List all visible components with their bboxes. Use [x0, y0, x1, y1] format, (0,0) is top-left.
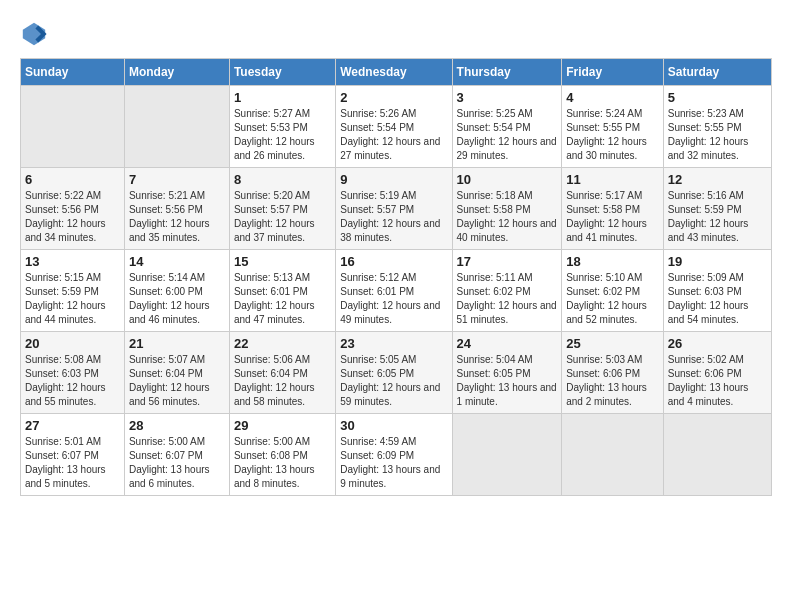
day-number: 9: [340, 172, 447, 187]
day-info: Sunrise: 5:00 AMSunset: 6:07 PMDaylight:…: [129, 435, 225, 491]
day-number: 17: [457, 254, 558, 269]
day-info: Sunrise: 5:21 AMSunset: 5:56 PMDaylight:…: [129, 189, 225, 245]
day-number: 14: [129, 254, 225, 269]
day-info: Sunrise: 5:01 AMSunset: 6:07 PMDaylight:…: [25, 435, 120, 491]
day-info: Sunrise: 5:25 AMSunset: 5:54 PMDaylight:…: [457, 107, 558, 163]
day-info: Sunrise: 5:12 AMSunset: 6:01 PMDaylight:…: [340, 271, 447, 327]
calendar-cell: 16Sunrise: 5:12 AMSunset: 6:01 PMDayligh…: [336, 250, 452, 332]
day-info: Sunrise: 5:05 AMSunset: 6:05 PMDaylight:…: [340, 353, 447, 409]
calendar-cell: 20Sunrise: 5:08 AMSunset: 6:03 PMDayligh…: [21, 332, 125, 414]
day-number: 29: [234, 418, 331, 433]
logo: [20, 20, 52, 48]
calendar-cell: 26Sunrise: 5:02 AMSunset: 6:06 PMDayligh…: [663, 332, 771, 414]
day-info: Sunrise: 5:11 AMSunset: 6:02 PMDaylight:…: [457, 271, 558, 327]
day-info: Sunrise: 5:15 AMSunset: 5:59 PMDaylight:…: [25, 271, 120, 327]
calendar-cell: 29Sunrise: 5:00 AMSunset: 6:08 PMDayligh…: [229, 414, 335, 496]
calendar-cell: 21Sunrise: 5:07 AMSunset: 6:04 PMDayligh…: [124, 332, 229, 414]
calendar-cell: [452, 414, 562, 496]
day-info: Sunrise: 5:00 AMSunset: 6:08 PMDaylight:…: [234, 435, 331, 491]
day-info: Sunrise: 5:09 AMSunset: 6:03 PMDaylight:…: [668, 271, 767, 327]
calendar-cell: [124, 86, 229, 168]
day-info: Sunrise: 5:18 AMSunset: 5:58 PMDaylight:…: [457, 189, 558, 245]
day-number: 25: [566, 336, 659, 351]
day-number: 30: [340, 418, 447, 433]
calendar-cell: 27Sunrise: 5:01 AMSunset: 6:07 PMDayligh…: [21, 414, 125, 496]
day-number: 5: [668, 90, 767, 105]
calendar-cell: 22Sunrise: 5:06 AMSunset: 6:04 PMDayligh…: [229, 332, 335, 414]
day-header-saturday: Saturday: [663, 59, 771, 86]
calendar-cell: 28Sunrise: 5:00 AMSunset: 6:07 PMDayligh…: [124, 414, 229, 496]
day-info: Sunrise: 5:24 AMSunset: 5:55 PMDaylight:…: [566, 107, 659, 163]
calendar-cell: 19Sunrise: 5:09 AMSunset: 6:03 PMDayligh…: [663, 250, 771, 332]
day-number: 13: [25, 254, 120, 269]
calendar-cell: 11Sunrise: 5:17 AMSunset: 5:58 PMDayligh…: [562, 168, 664, 250]
calendar-week-row: 13Sunrise: 5:15 AMSunset: 5:59 PMDayligh…: [21, 250, 772, 332]
day-number: 28: [129, 418, 225, 433]
calendar-cell: 5Sunrise: 5:23 AMSunset: 5:55 PMDaylight…: [663, 86, 771, 168]
day-number: 4: [566, 90, 659, 105]
day-info: Sunrise: 5:04 AMSunset: 6:05 PMDaylight:…: [457, 353, 558, 409]
calendar-week-row: 6Sunrise: 5:22 AMSunset: 5:56 PMDaylight…: [21, 168, 772, 250]
day-info: Sunrise: 5:07 AMSunset: 6:04 PMDaylight:…: [129, 353, 225, 409]
day-number: 26: [668, 336, 767, 351]
day-info: Sunrise: 4:59 AMSunset: 6:09 PMDaylight:…: [340, 435, 447, 491]
day-info: Sunrise: 5:22 AMSunset: 5:56 PMDaylight:…: [25, 189, 120, 245]
day-number: 27: [25, 418, 120, 433]
day-number: 16: [340, 254, 447, 269]
day-number: 22: [234, 336, 331, 351]
day-header-thursday: Thursday: [452, 59, 562, 86]
calendar-week-row: 20Sunrise: 5:08 AMSunset: 6:03 PMDayligh…: [21, 332, 772, 414]
day-header-tuesday: Tuesday: [229, 59, 335, 86]
calendar-cell: 13Sunrise: 5:15 AMSunset: 5:59 PMDayligh…: [21, 250, 125, 332]
calendar-cell: 7Sunrise: 5:21 AMSunset: 5:56 PMDaylight…: [124, 168, 229, 250]
day-info: Sunrise: 5:26 AMSunset: 5:54 PMDaylight:…: [340, 107, 447, 163]
day-number: 21: [129, 336, 225, 351]
calendar-cell: [562, 414, 664, 496]
calendar-cell: 30Sunrise: 4:59 AMSunset: 6:09 PMDayligh…: [336, 414, 452, 496]
day-info: Sunrise: 5:02 AMSunset: 6:06 PMDaylight:…: [668, 353, 767, 409]
day-info: Sunrise: 5:27 AMSunset: 5:53 PMDaylight:…: [234, 107, 331, 163]
day-number: 12: [668, 172, 767, 187]
calendar-cell: 3Sunrise: 5:25 AMSunset: 5:54 PMDaylight…: [452, 86, 562, 168]
day-header-monday: Monday: [124, 59, 229, 86]
day-number: 1: [234, 90, 331, 105]
calendar-cell: [21, 86, 125, 168]
day-info: Sunrise: 5:03 AMSunset: 6:06 PMDaylight:…: [566, 353, 659, 409]
day-info: Sunrise: 5:17 AMSunset: 5:58 PMDaylight:…: [566, 189, 659, 245]
day-number: 11: [566, 172, 659, 187]
day-number: 8: [234, 172, 331, 187]
day-info: Sunrise: 5:23 AMSunset: 5:55 PMDaylight:…: [668, 107, 767, 163]
day-number: 19: [668, 254, 767, 269]
calendar-cell: 12Sunrise: 5:16 AMSunset: 5:59 PMDayligh…: [663, 168, 771, 250]
day-number: 2: [340, 90, 447, 105]
day-info: Sunrise: 5:14 AMSunset: 6:00 PMDaylight:…: [129, 271, 225, 327]
calendar-cell: 25Sunrise: 5:03 AMSunset: 6:06 PMDayligh…: [562, 332, 664, 414]
page-header: [20, 20, 772, 48]
calendar-cell: 1Sunrise: 5:27 AMSunset: 5:53 PMDaylight…: [229, 86, 335, 168]
calendar-cell: 8Sunrise: 5:20 AMSunset: 5:57 PMDaylight…: [229, 168, 335, 250]
calendar-header-row: SundayMondayTuesdayWednesdayThursdayFrid…: [21, 59, 772, 86]
day-info: Sunrise: 5:10 AMSunset: 6:02 PMDaylight:…: [566, 271, 659, 327]
day-number: 3: [457, 90, 558, 105]
calendar-cell: 9Sunrise: 5:19 AMSunset: 5:57 PMDaylight…: [336, 168, 452, 250]
day-number: 18: [566, 254, 659, 269]
day-info: Sunrise: 5:08 AMSunset: 6:03 PMDaylight:…: [25, 353, 120, 409]
day-number: 10: [457, 172, 558, 187]
day-number: 15: [234, 254, 331, 269]
day-info: Sunrise: 5:19 AMSunset: 5:57 PMDaylight:…: [340, 189, 447, 245]
calendar-week-row: 1Sunrise: 5:27 AMSunset: 5:53 PMDaylight…: [21, 86, 772, 168]
calendar-week-row: 27Sunrise: 5:01 AMSunset: 6:07 PMDayligh…: [21, 414, 772, 496]
day-number: 7: [129, 172, 225, 187]
day-number: 24: [457, 336, 558, 351]
day-info: Sunrise: 5:16 AMSunset: 5:59 PMDaylight:…: [668, 189, 767, 245]
calendar-cell: [663, 414, 771, 496]
day-header-friday: Friday: [562, 59, 664, 86]
calendar-cell: 10Sunrise: 5:18 AMSunset: 5:58 PMDayligh…: [452, 168, 562, 250]
day-info: Sunrise: 5:20 AMSunset: 5:57 PMDaylight:…: [234, 189, 331, 245]
day-header-wednesday: Wednesday: [336, 59, 452, 86]
day-number: 23: [340, 336, 447, 351]
calendar-cell: 17Sunrise: 5:11 AMSunset: 6:02 PMDayligh…: [452, 250, 562, 332]
day-number: 6: [25, 172, 120, 187]
calendar-cell: 23Sunrise: 5:05 AMSunset: 6:05 PMDayligh…: [336, 332, 452, 414]
day-header-sunday: Sunday: [21, 59, 125, 86]
